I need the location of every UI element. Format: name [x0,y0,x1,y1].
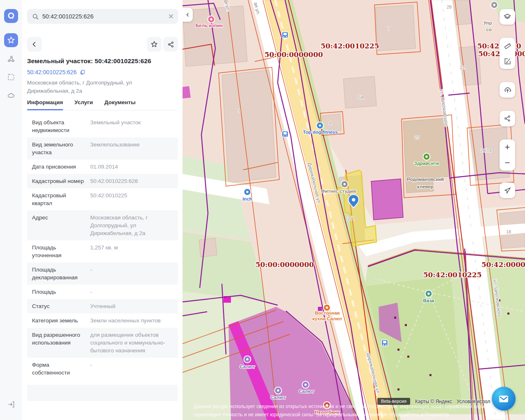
table-row: Площадь уточненная1,257 кв. м [27,240,178,262]
row-label: Площадь [32,288,86,296]
building-number: 5А [358,95,364,100]
copy-icon[interactable] [80,69,85,75]
map[interactable]: ая ул.ая ул.Дирижабельная ул.Дирижабельн… [183,0,525,420]
map-share-button[interactable] [500,111,515,126]
cadastral-number-row: 50:42:0010225:626 [27,69,178,75]
building-number: 23 [415,135,420,140]
building-number: 18 [506,229,511,234]
building-number: 4 [329,121,331,126]
row-label: Вид разрешенного использования [32,331,86,354]
chat-button[interactable] [492,387,516,411]
poi-label: Inch [242,196,252,201]
building-number: 2А [347,215,354,221]
poi-label: Фитнес студия [321,189,356,194]
rail-select-area-button[interactable] [4,70,18,84]
tab-2[interactable]: Документы [105,99,136,110]
building-number: 7 [388,26,390,31]
row-label: Дата присвоения [32,163,86,171]
row-value: 01.09.2014 [90,163,173,171]
row-label: Кадастровый номер [32,177,86,185]
yandex-credits[interactable]: Карты © Яндекс [415,399,452,404]
poi-bus-stop[interactable] [382,340,388,346]
row-label: Площадь уточненная [32,244,86,259]
table-row: Дата присвоения01.09.2014 [27,160,178,174]
clear-search-icon[interactable]: ✕ [168,13,174,20]
row-label: Статус [32,302,86,310]
building-number: 22 [460,65,465,70]
map-disclaimer-line1: Данный ресурс использует сведения из отк… [194,404,525,409]
poi-bus-stop[interactable] [282,32,288,38]
poi-label: Ваза [423,298,434,303]
search-input[interactable] [42,13,168,20]
collapse-panel-button[interactable] [183,8,193,22]
panel-actions [27,37,178,52]
poi-label: клевер [417,184,434,189]
building-number: 9 [238,108,240,113]
poi-label: Здравсити [414,161,439,166]
poi-label: Салют [270,395,286,400]
rail-objects-button[interactable] [4,52,18,66]
row-value: Землепользование [90,141,173,156]
beta-badge: Beta-версия [377,398,410,405]
table-row: Вид земельного участкаЗемлепользование [27,137,178,160]
poi-label: Родомановский [407,177,444,182]
building-number: 20/14 [480,148,492,153]
tab-1[interactable]: Услуги [75,99,93,110]
poi-label: Упр [484,21,492,25]
locate-button[interactable] [500,183,515,198]
tab-0[interactable]: Информация [27,99,63,110]
map-canvas[interactable]: ая ул.ая ул.Дирижабельная ул.Дирижабельн… [183,0,525,420]
poi-label: со [486,27,491,32]
zoom-in-button[interactable]: + [500,139,515,155]
row-value: Земельный участок [90,119,173,134]
table-row: Вид разрешенного использованиядля размещ… [27,328,178,358]
rail-favorites-button[interactable] [4,33,18,47]
search-bar: ✕ [27,9,178,24]
row-value: Учтенный [90,302,173,310]
draw-button[interactable] [500,53,515,69]
row-value: Московская область, г Долгопрудный, ул Д… [90,214,173,237]
tabs: ИнформацияУслугиДокументы [27,99,178,110]
favorite-button[interactable] [147,37,162,52]
object-panel: ✕ Земельный участок: 50:42:0010225:626 5… [22,0,183,420]
table-row: Кадастровый квартал50:42:0010225 [27,188,178,210]
back-button[interactable] [27,37,42,52]
terms-link[interactable]: Условия испол [457,399,490,404]
cadastral-quarter-label: 50:42:0010225 [423,271,482,279]
map-disclaimer-line2: гарантирует точность и не имеет юридичес… [194,412,525,418]
poi-label: Top dog fitness [303,130,338,135]
poi-label: Восточная [315,310,340,315]
table-row: Площадь- [27,285,178,299]
table-row: СтатусУчтенный [27,299,178,313]
page-title: Земельный участок: 50:42:0010225:626 [27,57,178,65]
app-logo-icon[interactable] [4,9,18,23]
zoom-controls: + − [500,139,515,171]
row-value: Земли населенных пунктов [90,317,173,324]
layers-button[interactable] [500,9,515,25]
share-button[interactable] [163,37,178,52]
cadastral-number-link[interactable]: 50:42:0010225:626 [27,69,77,75]
cadastral-quarter-label: 50:42:0010225 [321,42,379,50]
table-row: Вид объекта недвижимостиЗемельный участо… [27,115,178,137]
upload-button[interactable] [500,82,515,98]
rail-cloud-button[interactable] [4,89,18,103]
poi-bus-stop[interactable] [282,131,288,137]
row-value: 50:42:0010225:626 [90,177,173,185]
poi-label: кухня Салют [313,316,342,321]
object-address: Московская область, г Долгопрудный, ул Д… [27,79,167,95]
row-value: для размещения объектов социального и ко… [90,331,173,354]
ruler-button[interactable] [500,38,515,53]
row-value: 1,257 кв. м [90,244,173,259]
info-table: Вид объекта недвижимостиЗемельный участо… [27,115,178,401]
row-label: Адрес [32,214,86,237]
building-number: 28 [447,5,452,9]
row-value: - [90,288,173,296]
row-label: Вид земельного участка [32,141,86,156]
logout-button[interactable] [4,397,18,411]
zoom-out-button[interactable]: − [500,155,515,171]
row-label: Категория земель [32,317,86,324]
row-label: Вид объекта недвижимости [32,119,86,134]
table-row-partial [27,385,178,401]
cadastral-quarter-label: 50:00:0000000 [265,50,323,59]
row-value: - [90,361,173,377]
